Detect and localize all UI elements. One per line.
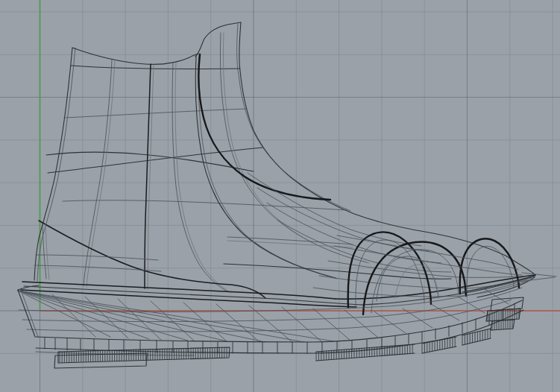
- viewport-background: [0, 0, 560, 392]
- cad-viewport: [0, 0, 560, 392]
- viewport-canvas[interactable]: [0, 0, 560, 392]
